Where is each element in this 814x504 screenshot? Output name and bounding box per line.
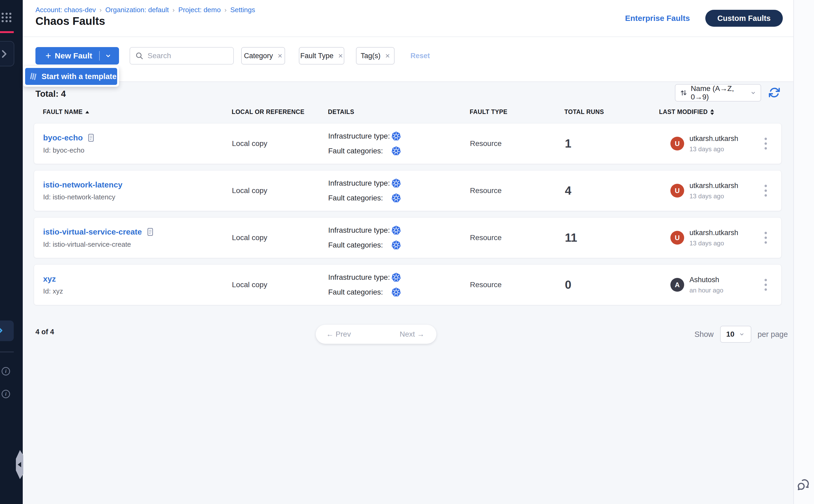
header-actions: Enterprise Faults Custom Faults bbox=[625, 10, 783, 27]
fault-name-link[interactable]: istio-network-latency bbox=[43, 180, 122, 189]
page-size-select[interactable]: 10 bbox=[720, 326, 751, 343]
show-label: Show bbox=[694, 330, 714, 339]
avatar: A bbox=[670, 278, 684, 292]
fault-name-link[interactable]: xyz bbox=[43, 274, 56, 283]
close-icon[interactable]: × bbox=[385, 52, 390, 60]
next-page-button[interactable]: Next → bbox=[388, 325, 436, 344]
fault-type: Resource bbox=[470, 123, 502, 164]
kubernetes-icon bbox=[391, 131, 401, 141]
breadcrumb: Account: chaos-dev › Organization: defau… bbox=[35, 6, 255, 14]
kubernetes-icon bbox=[391, 193, 401, 203]
breadcrumb-account[interactable]: Account: chaos-dev bbox=[35, 6, 96, 14]
filter-chip-fault-type[interactable]: Fault Type × bbox=[299, 47, 344, 65]
kubernetes-icon bbox=[391, 146, 401, 156]
kubernetes-icon bbox=[391, 287, 401, 297]
start-with-template-item[interactable]: Start with a template bbox=[25, 68, 117, 85]
avatar: U bbox=[670, 137, 684, 150]
info-icon[interactable]: i bbox=[2, 367, 10, 375]
new-fault-button[interactable]: + New Fault bbox=[35, 47, 119, 65]
info-icon[interactable]: i bbox=[2, 390, 10, 398]
column-header-local: LOCAL OR REFERENCE bbox=[232, 108, 304, 116]
kubernetes-icon bbox=[391, 272, 401, 282]
breadcrumb-separator: › bbox=[225, 6, 227, 14]
prev-page-button[interactable]: ← Prev bbox=[316, 325, 361, 344]
table-row: istio-network-latency Id: istio-network-… bbox=[34, 170, 781, 211]
page-header: Account: chaos-dev › Organization: defau… bbox=[23, 0, 793, 37]
fault-list-area: Total: 4 Name (A→Z, 0→9) FAULT NAME LOCA… bbox=[23, 82, 793, 504]
column-header-last-modified[interactable]: LAST MODIFIED bbox=[659, 108, 714, 116]
app-grid-icon[interactable] bbox=[2, 13, 12, 22]
kebab-menu-icon[interactable] bbox=[765, 138, 767, 150]
sidebar-expand-button[interactable] bbox=[0, 320, 14, 341]
breadcrumb-project[interactable]: Project: demo bbox=[178, 6, 221, 14]
enterprise-faults-link[interactable]: Enterprise Faults bbox=[625, 14, 690, 23]
total-runs: 1 bbox=[565, 123, 571, 164]
column-header-details: DETAILS bbox=[328, 108, 354, 116]
local-or-reference: Local copy bbox=[232, 123, 267, 164]
page-size-control: Show 10 per page bbox=[694, 325, 788, 344]
total-runs: 4 bbox=[565, 171, 571, 211]
filter-chip-tags[interactable]: Tag(s) × bbox=[356, 47, 395, 65]
current-page-button[interactable]: 1 bbox=[361, 325, 388, 344]
breadcrumb-organization[interactable]: Organization: default bbox=[105, 6, 169, 14]
fault-categories-label: Fault categories: bbox=[328, 147, 391, 155]
right-edge-strip bbox=[793, 0, 814, 504]
close-icon[interactable]: × bbox=[338, 52, 343, 60]
kebab-menu-icon[interactable] bbox=[765, 279, 767, 291]
new-fault-label: New Fault bbox=[55, 51, 92, 60]
local-or-reference: Local copy bbox=[232, 218, 267, 258]
copy-icon[interactable] bbox=[146, 227, 154, 237]
kebab-menu-icon[interactable] bbox=[765, 185, 767, 197]
refresh-button[interactable] bbox=[768, 87, 780, 99]
chevron-down-icon bbox=[739, 331, 745, 337]
sort-dropdown[interactable]: Name (A→Z, 0→9) bbox=[675, 84, 761, 102]
template-icon bbox=[29, 72, 38, 81]
fault-id: Id: istio-virtual-service-create bbox=[43, 240, 154, 249]
fault-name-link[interactable]: istio-virtual-service-create bbox=[43, 227, 142, 236]
breadcrumb-settings[interactable]: Settings bbox=[230, 6, 255, 14]
filter-chip-category[interactable]: Category × bbox=[241, 47, 285, 65]
sidebar-divider bbox=[0, 352, 14, 352]
close-icon[interactable]: × bbox=[278, 52, 282, 60]
details-cell: Infrastructure type: Fault categories: bbox=[328, 171, 401, 211]
fault-type: Resource bbox=[470, 171, 502, 211]
fault-type: Resource bbox=[470, 218, 502, 258]
local-or-reference: Local copy bbox=[232, 265, 267, 305]
breadcrumb-separator: › bbox=[172, 6, 175, 14]
breadcrumb-separator: › bbox=[99, 6, 102, 14]
modified-time: 13 days ago bbox=[689, 193, 738, 200]
modified-by: utkarsh.utkarsh bbox=[689, 135, 738, 143]
fault-name-link[interactable]: byoc-echo bbox=[43, 133, 83, 142]
modified-by: utkarsh.utkarsh bbox=[689, 182, 738, 190]
plus-icon: + bbox=[45, 50, 51, 61]
chat-bubbles-icon[interactable] bbox=[796, 478, 811, 493]
fault-categories-label: Fault categories: bbox=[328, 288, 391, 296]
column-header-fault-type: FAULT TYPE bbox=[470, 108, 507, 116]
details-cell: Infrastructure type: Fault categories: bbox=[328, 218, 401, 258]
chip-label: Tag(s) bbox=[361, 52, 381, 60]
search-input[interactable] bbox=[148, 52, 227, 60]
custom-faults-button[interactable]: Custom Faults bbox=[705, 10, 783, 27]
pagination-summary: 4 of 4 bbox=[35, 328, 54, 336]
column-header-fault-name[interactable]: FAULT NAME bbox=[43, 108, 89, 116]
avatar: U bbox=[670, 231, 684, 245]
chevron-down-icon[interactable] bbox=[104, 52, 112, 59]
sort-both-icon bbox=[710, 109, 714, 115]
infra-type-label: Infrastructure type: bbox=[328, 132, 391, 140]
search-icon bbox=[135, 51, 144, 60]
fault-id: Id: byoc-echo bbox=[43, 146, 95, 154]
kubernetes-icon bbox=[391, 178, 401, 188]
nav-expand-panel[interactable] bbox=[0, 41, 14, 66]
total-runs: 11 bbox=[565, 218, 577, 258]
fault-rows: byoc-echo Id: byoc-echo Local copy Infra… bbox=[34, 123, 781, 311]
kebab-menu-icon[interactable] bbox=[765, 232, 767, 244]
reset-filters-button[interactable]: Reset bbox=[410, 47, 430, 65]
left-sidebar: i i bbox=[0, 0, 23, 504]
button-divider bbox=[99, 51, 100, 61]
chip-label: Category bbox=[244, 52, 273, 60]
local-or-reference: Local copy bbox=[232, 171, 267, 211]
toolbar: + New Fault Category × Fault Type × Tag(… bbox=[23, 37, 793, 82]
fault-categories-label: Fault categories: bbox=[328, 194, 391, 202]
copy-icon[interactable] bbox=[87, 133, 95, 143]
fault-id: Id: xyz bbox=[43, 287, 63, 295]
